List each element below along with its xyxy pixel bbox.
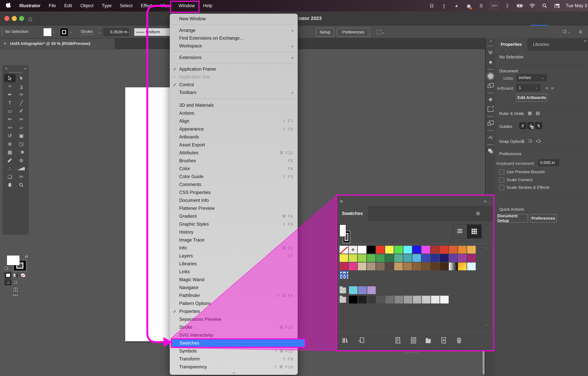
add-selected-swatches-icon[interactable] bbox=[358, 336, 365, 344]
battery-icon[interactable] bbox=[517, 2, 523, 9]
swatch-gradient-orange[interactable] bbox=[458, 262, 467, 270]
creative-cloud-alert-icon[interactable]: ◉ bbox=[466, 2, 472, 9]
swatch-#55e04d[interactable] bbox=[394, 246, 403, 253]
lock-guides-icon[interactable]: ♯● bbox=[527, 122, 534, 129]
stroke-weight-stepper[interactable]: ⌃⌄ bbox=[98, 27, 101, 33]
menu-item-extensions[interactable]: Extensions› bbox=[170, 53, 298, 61]
swatch-#e8392b[interactable] bbox=[376, 246, 385, 253]
drag-handle[interactable] bbox=[1, 27, 3, 37]
menu-item-flattener-preview[interactable]: Flattener Preview bbox=[170, 204, 298, 212]
pathfinder-panel-icon[interactable] bbox=[486, 118, 495, 128]
menu-item-attributes[interactable]: Attributes⌘ F11 bbox=[170, 149, 298, 157]
document-tab[interactable]: × UofA Infographic* @ 50 % (RGB/Preview) bbox=[0, 38, 115, 49]
menu-item-libraries[interactable]: Libraries bbox=[170, 260, 298, 268]
menu-item-swatches-highlighted[interactable]: Swatches bbox=[171, 338, 306, 348]
menu-item-document-info[interactable]: Document Info bbox=[170, 197, 298, 204]
menu-item-new-window[interactable]: New Window bbox=[170, 15, 298, 23]
swatch-#57b5e5[interactable] bbox=[413, 254, 421, 262]
menu-list-icon[interactable]: ≡ bbox=[579, 29, 582, 35]
dock-drag-handle[interactable] bbox=[487, 144, 494, 145]
swatch-#8b6237[interactable] bbox=[413, 262, 421, 270]
gradient-tool[interactable] bbox=[16, 148, 27, 156]
mesh-tool[interactable]: ▦ bbox=[4, 148, 16, 156]
new-swatch-icon[interactable] bbox=[440, 336, 447, 344]
swatch-#40a04f[interactable] bbox=[376, 254, 385, 262]
none-button[interactable] bbox=[20, 272, 26, 278]
selection-tool-preset-icon[interactable]: ⬚⌄ bbox=[376, 28, 385, 35]
swatch-#d5c5a3[interactable] bbox=[358, 262, 366, 270]
menu-item-brushes[interactable]: BrushesF5 bbox=[170, 157, 298, 165]
swatch-#2c7a45[interactable] bbox=[385, 254, 394, 262]
swatch-#cacaca[interactable] bbox=[422, 296, 430, 303]
screen-mode-icon[interactable]: ◫ bbox=[3, 286, 28, 292]
swatch-#b5b5b5[interactable] bbox=[413, 296, 421, 303]
brushes-panel-icon[interactable]: Ψ bbox=[486, 48, 495, 57]
swatch-#e8892f[interactable] bbox=[458, 246, 467, 253]
swatch-#6ed0dd[interactable] bbox=[349, 286, 358, 294]
swatch-#3b49b5[interactable] bbox=[422, 254, 430, 262]
swatch-#b396d2[interactable] bbox=[367, 286, 376, 294]
stroke-weight-input[interactable]: 0.3528 m bbox=[103, 28, 129, 36]
menubar-clock[interactable]: Tue May 3 bbox=[566, 3, 587, 8]
menubar-item-help[interactable]: Help bbox=[199, 0, 217, 11]
search-icon[interactable] bbox=[541, 2, 548, 9]
color-button[interactable] bbox=[5, 272, 11, 278]
swatch-#f5f5f5[interactable] bbox=[440, 296, 449, 303]
swatch-libraries-menu-icon[interactable] bbox=[341, 336, 349, 344]
menu-item-arrange[interactable]: Arrange› bbox=[170, 26, 298, 34]
menu-item-separations-preview[interactable]: Separations Preview bbox=[170, 315, 298, 323]
menu-item-navigator[interactable]: Navigator bbox=[170, 284, 298, 292]
close-tab-icon[interactable]: × bbox=[0, 41, 10, 46]
menu-item-symbols[interactable]: Symbols⇧ ⌘ F11 bbox=[170, 347, 298, 355]
scale-strokes-effects-checkbox[interactable] bbox=[499, 185, 504, 190]
slice-tool[interactable]: ✄ bbox=[16, 173, 27, 181]
expand-panel-icon[interactable]: ›› bbox=[584, 38, 586, 43]
preferences-button[interactable]: Preferences bbox=[337, 28, 370, 37]
swatch-#6e6e6e[interactable] bbox=[385, 296, 394, 303]
menu-item-pattern-options[interactable]: Pattern Options bbox=[170, 300, 298, 307]
swatch-#878787[interactable] bbox=[394, 296, 403, 303]
default-fill-stroke-icon[interactable]: ❏ bbox=[5, 266, 8, 271]
tumblr-icon[interactable]: ʈ bbox=[441, 2, 447, 9]
swatch-none[interactable] bbox=[339, 246, 348, 253]
menu-item-application-frame[interactable]: ✓Application Frame bbox=[170, 65, 298, 73]
pencil-tool[interactable]: ✏ bbox=[4, 115, 16, 123]
swatch-#755031[interactable] bbox=[422, 262, 430, 270]
swatch-#c49b63[interactable] bbox=[394, 262, 403, 270]
swatch-#5d3b20[interactable] bbox=[431, 262, 439, 270]
swatch-pattern-checker[interactable] bbox=[467, 262, 476, 270]
transform-panel-icon[interactable] bbox=[486, 147, 495, 156]
more-tools-icon[interactable]: ••• bbox=[3, 293, 28, 297]
scroll-up-icon[interactable]: ⌃ bbox=[484, 246, 489, 252]
draw-behind-button[interactable]: ❏ bbox=[12, 279, 19, 285]
menu-item-stroke[interactable]: Stroke⌘ F10 bbox=[170, 323, 298, 331]
menubar-item-object[interactable]: Object bbox=[76, 0, 98, 11]
menu-item-pathfinder[interactable]: Pathfinder⇧ ⌘ F9 bbox=[170, 292, 298, 300]
edit-artboards-button[interactable]: Edit Artboards bbox=[516, 94, 547, 102]
dock-drag-handle[interactable] bbox=[487, 130, 494, 131]
snap-point-icon[interactable]: ·Ͻ bbox=[520, 139, 524, 144]
menu-item-application-bar[interactable]: ✓Application Bar bbox=[170, 73, 298, 81]
rectangle-tool[interactable]: ▭ bbox=[4, 107, 16, 115]
swatch-#000000[interactable] bbox=[367, 246, 375, 253]
lasso-tool[interactable]: ʓ bbox=[16, 82, 27, 90]
fill-proxy[interactable] bbox=[7, 255, 20, 265]
bluetooth-icon[interactable]: ᛒ bbox=[504, 2, 511, 9]
tab-swatches[interactable]: Swatches bbox=[337, 206, 368, 221]
swatch-#2b2f92[interactable] bbox=[431, 254, 439, 262]
headphones-icon[interactable]: Ω bbox=[428, 2, 435, 9]
menu-item-find-extensions-on-exchange-[interactable]: Find Extensions on Exchange... bbox=[170, 34, 298, 42]
menu-item-properties[interactable]: ✓Properties bbox=[170, 307, 298, 315]
artboard-select[interactable]: 1⌄ bbox=[516, 84, 540, 91]
menu-item-info[interactable]: Info⌘ F8 bbox=[170, 244, 298, 252]
swap-fill-stroke-icon[interactable]: ⇄ bbox=[25, 254, 28, 259]
swatch-#9b3f9f[interactable] bbox=[458, 254, 467, 262]
rotate-tool[interactable]: ↺ bbox=[4, 132, 16, 140]
swatch-#e8e8e8[interactable] bbox=[431, 296, 439, 303]
menu-item-asset-export[interactable]: Asset Export bbox=[170, 141, 298, 149]
magic-wand-tool[interactable]: ✧ bbox=[4, 82, 16, 90]
draw-normal-button[interactable]: ❏ bbox=[5, 279, 11, 285]
swatch-#d93a2d[interactable] bbox=[440, 246, 448, 253]
keyboard-increment-input[interactable]: 0.005 in bbox=[538, 159, 559, 166]
snap-grid-icon[interactable]: ⫶Ͻ bbox=[528, 139, 532, 144]
